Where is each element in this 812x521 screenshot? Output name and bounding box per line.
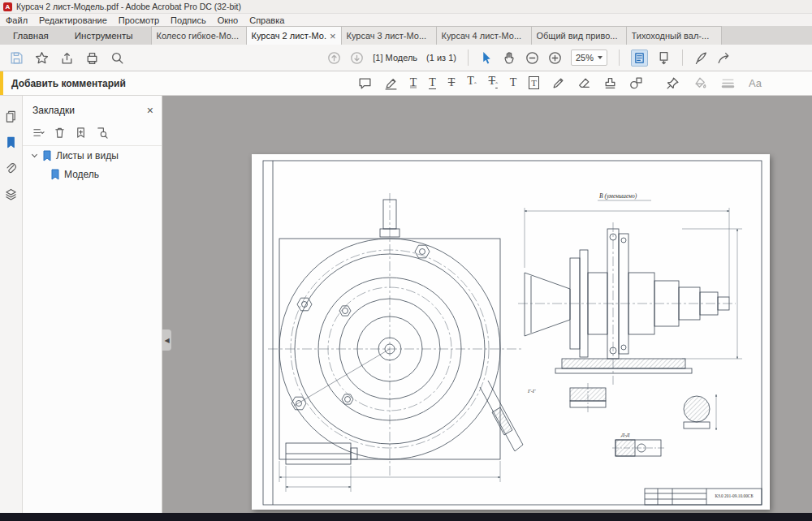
single-page-view-button[interactable]: [631, 50, 648, 67]
arrow-up-circle-icon: [327, 51, 341, 65]
zoom-out-button[interactable]: [525, 51, 539, 65]
document-area[interactable]: ◀: [162, 96, 812, 513]
minus-circle-icon: [525, 51, 539, 65]
text-highlight-icon[interactable]: T: [410, 77, 417, 88]
save-icon: [10, 51, 24, 65]
line-weight-icon: [721, 76, 735, 90]
search-button[interactable]: [110, 51, 124, 65]
document-tab[interactable]: Тихоходный вал-... ×: [626, 26, 722, 45]
scroll-page-icon: [657, 51, 671, 65]
acrobat-logo-icon: A: [3, 2, 12, 11]
layers-icon: [5, 188, 17, 200]
menu-item[interactable]: Редактирование: [33, 15, 113, 25]
tab-close-icon[interactable]: ×: [326, 30, 336, 42]
line-weight-button[interactable]: [721, 76, 735, 90]
workspace: Закладки × Листы и виды: [0, 96, 812, 513]
menu-item[interactable]: Справка: [244, 15, 290, 25]
share-upload-icon: [60, 51, 74, 65]
text-comment-icon[interactable]: T: [510, 77, 517, 88]
document-tab[interactable]: Общий вид приво... ×: [531, 26, 627, 45]
fill-sign-button[interactable]: [694, 51, 708, 65]
pdf-page[interactable]: В (уменьшено) Г-Г Д-Д КЗ.0 201-09.10.00С…: [252, 154, 770, 510]
close-panel-icon[interactable]: ×: [147, 104, 153, 117]
save-button[interactable]: [10, 51, 24, 65]
menu-item[interactable]: Просмотр: [113, 15, 165, 25]
tab-home[interactable]: Главная: [0, 26, 62, 45]
next-page-button[interactable]: [350, 51, 364, 65]
menu-item[interactable]: Файл: [0, 15, 33, 25]
tab-tools[interactable]: Инструменты: [62, 26, 146, 45]
insert-text-icon[interactable]: Tˆ: [467, 75, 476, 92]
bookmark-item[interactable]: Листы и виды: [23, 146, 162, 165]
star-icon: [35, 51, 49, 65]
comment-toolbar: Добавить комментарий T T T Tˆ Tˆ T T Aa: [0, 71, 812, 96]
find-bookmark-button[interactable]: [96, 127, 108, 139]
view-label: В (уменьшено): [599, 192, 637, 200]
favorites-button[interactable]: [35, 51, 49, 65]
drawing-tools-button[interactable]: [629, 76, 643, 90]
new-bookmark-button[interactable]: [75, 127, 87, 139]
replace-text-icon[interactable]: Tˆ: [489, 75, 498, 92]
bookmarks-tree: Листы и виды Модель: [23, 146, 162, 183]
chevron-down-icon[interactable]: [32, 152, 37, 157]
trash-icon: [54, 127, 66, 139]
document-tab[interactable]: Колесо гибкое-Мо... ×: [151, 26, 247, 45]
text-strikethrough-icon[interactable]: T: [448, 77, 456, 88]
navigation-rail: [0, 96, 23, 513]
stamp-icon: [603, 76, 617, 90]
taskbar[interactable]: [0, 513, 812, 521]
bookmark-icon: [42, 150, 52, 161]
document-tab[interactable]: Курсач 4 лист-Мо... ×: [436, 26, 532, 45]
text-box-icon[interactable]: T: [529, 76, 539, 89]
page-indicator[interactable]: [1] Модель: [373, 53, 417, 62]
comment-toolbar-title: Добавить комментарий: [11, 78, 126, 89]
hand-icon: [503, 51, 516, 65]
arrow-down-circle-icon: [350, 51, 364, 65]
select-tool-button[interactable]: [480, 51, 494, 65]
pencil-tool-button[interactable]: [551, 76, 565, 90]
bookmark-item[interactable]: Модель: [23, 165, 162, 183]
sticky-note-button[interactable]: [358, 76, 372, 90]
page-view-icon: [633, 52, 646, 64]
page-count: (1 из 1): [426, 53, 456, 62]
hand-tool-button[interactable]: [503, 51, 516, 65]
plus-circle-icon: [548, 51, 562, 65]
stamp-tool-button[interactable]: [603, 76, 617, 90]
speech-bubble-icon: [358, 76, 372, 90]
fill-color-button[interactable]: [693, 76, 707, 90]
document-tab[interactable]: Курсач 2 лист-Мо... ×: [246, 26, 342, 45]
eraser-icon: [577, 76, 591, 90]
bookmark-options-button[interactable]: [32, 127, 45, 139]
document-tab-label: Общий вид приво...: [537, 31, 621, 41]
search-icon: [110, 51, 124, 65]
zoom-level-select[interactable]: 25%: [571, 50, 607, 66]
layers-panel-button[interactable]: [5, 188, 17, 200]
share-button[interactable]: [60, 51, 74, 65]
eraser-tool-button[interactable]: [577, 76, 591, 90]
keep-tool-selected-button[interactable]: [666, 76, 680, 90]
menu-item[interactable]: Подпись: [165, 15, 212, 25]
zoom-in-button[interactable]: [548, 51, 562, 65]
text-underline-icon[interactable]: T: [429, 77, 436, 89]
menu-item[interactable]: Окно: [212, 15, 244, 25]
print-button[interactable]: [85, 51, 99, 65]
highlighter-button[interactable]: [384, 76, 398, 90]
document-tab[interactable]: Курсач 3 лист-Мо... ×: [341, 26, 437, 45]
bookmarks-panel: Закладки × Листы и виды: [23, 96, 162, 513]
bookmarks-panel-button[interactable]: [5, 136, 17, 149]
page-thumbnails-button[interactable]: [5, 110, 17, 123]
attachments-panel-button[interactable]: [5, 162, 17, 174]
panel-collapse-handle[interactable]: ◀: [162, 329, 171, 351]
send-for-signature-button[interactable]: [717, 51, 731, 65]
scrolling-view-button[interactable]: [657, 51, 671, 65]
tab-bar: Главная Инструменты Колесо гибкое-Мо... …: [0, 26, 812, 45]
document-tab-label: Курсач 2 лист-Мо...: [252, 31, 326, 41]
previous-page-button[interactable]: [327, 51, 341, 65]
pin-icon: [666, 76, 680, 90]
document-tabs: Колесо гибкое-Мо... × Курсач 2 лист-Мо..…: [151, 26, 721, 45]
menu-bar: Файл Редактирование Просмотр Подпись Окн…: [0, 14, 812, 26]
delete-bookmark-button[interactable]: [54, 127, 66, 139]
comment-accent-bar: [0, 71, 3, 95]
section-label: Д-Д: [620, 432, 630, 437]
text-properties-button[interactable]: Aa: [749, 77, 762, 89]
